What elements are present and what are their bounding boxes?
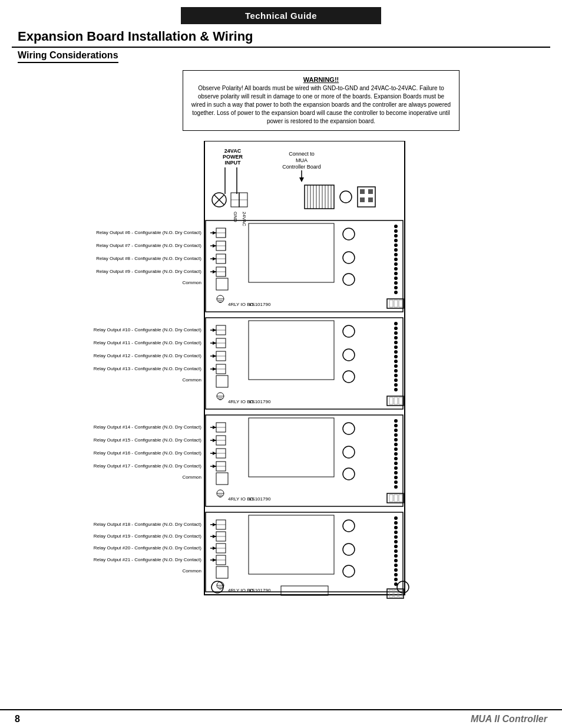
svg-point-125	[394, 374, 398, 377]
svg-rect-229	[281, 586, 328, 595]
svg-rect-83	[389, 300, 393, 307]
svg-point-122	[394, 360, 398, 363]
svg-point-159	[343, 446, 355, 458]
svg-text:Relay Output  #12 - Configurab: Relay Output #12 - Configurable (N.O. Dr…	[94, 353, 202, 358]
svg-text:24VAC: 24VAC	[224, 148, 242, 154]
svg-text:Relay Output  #17 - Configurab: Relay Output #17 - Configurable (N.O. Dr…	[94, 463, 202, 469]
svg-rect-178	[394, 495, 398, 502]
svg-point-173	[394, 476, 398, 479]
svg-marker-145	[213, 452, 216, 455]
svg-text:Common: Common	[183, 568, 201, 574]
svg-text:Relay Output  #7 - Configurabl: Relay Output #7 - Configurable (N.O. Dry…	[96, 243, 201, 248]
svg-point-210	[394, 526, 398, 529]
svg-point-121	[394, 355, 398, 358]
svg-rect-150	[216, 473, 228, 485]
circuit-diagram: 24VAC POWER INPUT Connect to MUA Control…	[75, 141, 487, 601]
svg-point-79	[394, 281, 398, 285]
svg-rect-157	[249, 418, 334, 477]
svg-point-77	[394, 272, 398, 275]
svg-point-215	[394, 549, 398, 553]
svg-point-71	[394, 243, 398, 247]
svg-point-123	[394, 364, 398, 368]
svg-text:Relay Output  #18 - Configurab: Relay Output #18 - Configurable (N.O. Dr…	[94, 522, 202, 527]
svg-text:Relay Output  #6 - Configurabl: Relay Output #6 - Configurable (N.O. Dry…	[96, 230, 201, 235]
tech-guide-header: Technical Guide	[181, 7, 381, 24]
svg-text:24VAC: 24VAC	[242, 212, 247, 226]
svg-marker-192	[213, 546, 216, 550]
svg-rect-224	[389, 590, 393, 597]
svg-point-81	[394, 291, 398, 294]
svg-point-126	[394, 378, 398, 382]
svg-point-213	[394, 540, 398, 543]
svg-point-175	[394, 485, 398, 489]
svg-point-167	[394, 447, 398, 451]
svg-text:Relay Output  #10 - Configurab: Relay Output #10 - Configurable (N.O. Dr…	[94, 327, 202, 332]
svg-point-219	[394, 568, 398, 572]
svg-point-171	[394, 466, 398, 470]
svg-point-74	[394, 258, 398, 261]
svg-rect-226	[399, 590, 402, 597]
svg-point-113	[343, 371, 355, 383]
svg-point-218	[394, 564, 398, 567]
svg-point-169	[394, 457, 398, 460]
svg-rect-85	[399, 300, 402, 307]
svg-marker-188	[213, 535, 216, 538]
svg-point-70	[394, 239, 398, 242]
svg-point-76	[394, 267, 398, 271]
svg-point-206	[343, 543, 355, 555]
svg-text:Common: Common	[183, 475, 201, 480]
svg-point-114	[394, 322, 398, 325]
page-number: 8	[15, 714, 20, 724]
svg-point-165	[394, 438, 398, 442]
svg-point-205	[343, 520, 355, 532]
svg-point-117	[394, 336, 398, 340]
svg-point-162	[394, 424, 398, 427]
svg-marker-102	[213, 367, 216, 371]
svg-point-120	[394, 350, 398, 354]
svg-text:YS101790: YS101790	[249, 302, 271, 307]
svg-marker-137	[213, 426, 216, 429]
svg-point-72	[394, 248, 398, 252]
brand-name: MUA II Controller	[471, 714, 547, 724]
svg-rect-130	[389, 397, 393, 404]
svg-text:Relay Output  #9 - Configurabl: Relay Output #9 - Configurable (N.O. Dry…	[96, 269, 201, 274]
sub-title: Wiring Considerations	[18, 50, 118, 60]
svg-point-67	[394, 225, 398, 228]
main-title: Expansion Board Installation & Wiring	[18, 29, 544, 44]
svg-point-214	[394, 545, 398, 548]
svg-point-207	[343, 565, 355, 577]
svg-rect-33	[360, 197, 365, 202]
svg-marker-141	[213, 439, 216, 442]
svg-rect-110	[249, 321, 334, 380]
svg-point-29	[340, 191, 352, 203]
svg-point-209	[394, 521, 398, 525]
svg-marker-45	[213, 244, 216, 248]
svg-text:Controller Board: Controller Board	[282, 164, 321, 170]
svg-point-112	[343, 349, 355, 361]
svg-point-172	[394, 471, 398, 475]
svg-point-65	[343, 252, 355, 263]
svg-rect-103	[216, 375, 228, 387]
svg-point-111	[343, 325, 355, 337]
svg-rect-197	[216, 566, 228, 578]
svg-rect-84	[394, 300, 398, 307]
svg-rect-35	[206, 220, 403, 312]
svg-rect-34	[368, 197, 373, 202]
svg-point-124	[394, 369, 398, 373]
svg-marker-184	[213, 523, 216, 526]
svg-text:Relay Output  #20 - Configurab: Relay Output #20 - Configurable (N.O. Dr…	[94, 545, 202, 551]
svg-rect-180	[206, 512, 403, 592]
svg-point-211	[394, 531, 398, 534]
svg-point-158	[343, 423, 355, 434]
svg-marker-55	[213, 270, 216, 274]
svg-text:Common: Common	[183, 377, 201, 383]
svg-text:Connect to: Connect to	[289, 151, 315, 157]
svg-point-68	[394, 229, 398, 233]
svg-marker-98	[213, 354, 216, 358]
svg-text:Common: Common	[183, 280, 201, 285]
svg-text:Relay Output  #19 - Configurab: Relay Output #19 - Configurable (N.O. Dr…	[94, 533, 202, 539]
svg-rect-204	[249, 515, 334, 574]
svg-marker-40	[213, 231, 216, 235]
svg-text:Relay Output  #11 - Configurab: Relay Output #11 - Configurable (N.O. Dr…	[94, 340, 202, 345]
svg-rect-86	[206, 318, 403, 409]
